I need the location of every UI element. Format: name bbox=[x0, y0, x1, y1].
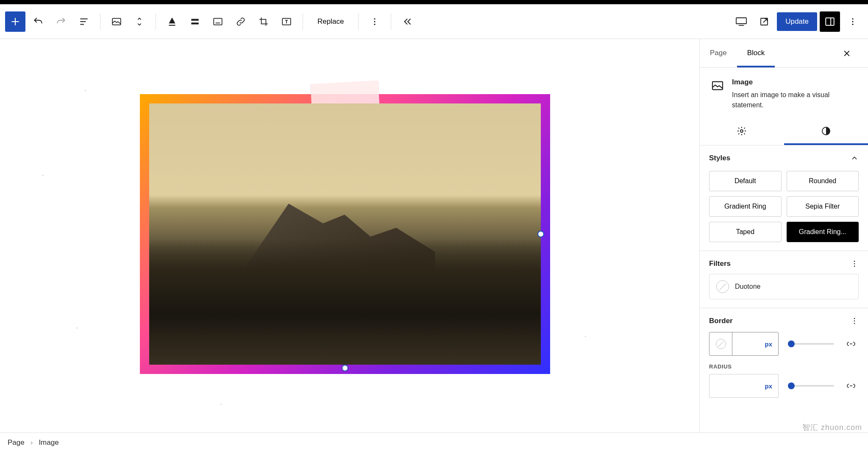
breadcrumb-root[interactable]: Page bbox=[8, 438, 25, 447]
caption-button[interactable] bbox=[208, 11, 228, 32]
filters-heading: Filters bbox=[709, 259, 731, 268]
editor-options-button[interactable] bbox=[843, 11, 863, 32]
duotone-label: Duotone bbox=[735, 283, 761, 290]
update-button[interactable]: Update bbox=[777, 12, 817, 31]
svg-rect-8 bbox=[736, 18, 746, 24]
list-view-icon bbox=[78, 16, 89, 27]
settings-sidebar: Page Block Image Insert an image to make… bbox=[699, 39, 868, 432]
style-sepia-filter[interactable]: Sepia Filter bbox=[787, 196, 859, 217]
style-options: Default Rounded Gradient Ring Sepia Filt… bbox=[709, 171, 859, 242]
styles-heading[interactable]: Styles bbox=[709, 154, 859, 162]
document-overview-button[interactable] bbox=[74, 11, 94, 32]
subtab-settings[interactable] bbox=[700, 119, 784, 145]
svg-rect-3 bbox=[214, 18, 222, 25]
border-link-button[interactable] bbox=[843, 336, 859, 352]
settings-panel-toggle[interactable] bbox=[820, 11, 840, 32]
more-vertical-icon[interactable] bbox=[850, 317, 859, 325]
radius-input[interactable]: px bbox=[709, 374, 779, 398]
chevron-double-left-icon bbox=[402, 16, 413, 27]
image-icon bbox=[111, 16, 122, 27]
block-description: Insert an image to make a visual stateme… bbox=[732, 90, 857, 110]
justify-button[interactable] bbox=[185, 11, 205, 32]
svg-point-5 bbox=[374, 18, 376, 19]
toolbar-separator bbox=[391, 13, 391, 30]
svg-point-17 bbox=[854, 261, 855, 262]
svg-point-13 bbox=[852, 23, 853, 25]
redo-icon bbox=[56, 16, 67, 27]
svg-point-7 bbox=[374, 23, 376, 25]
external-link-icon bbox=[759, 17, 769, 27]
more-vertical-icon[interactable] bbox=[850, 259, 859, 268]
tab-block[interactable]: Block bbox=[737, 39, 775, 67]
border-width-slider[interactable] bbox=[788, 343, 834, 345]
duotone-button[interactable]: Duotone bbox=[709, 274, 859, 299]
image-block[interactable] bbox=[140, 94, 550, 374]
caption-icon bbox=[212, 16, 223, 27]
hide-toolbar-button[interactable] bbox=[397, 11, 417, 32]
border-color-picker[interactable] bbox=[709, 332, 732, 355]
svg-rect-2 bbox=[191, 22, 198, 24]
resize-handle-bottom[interactable] bbox=[342, 365, 348, 371]
style-rounded[interactable]: Rounded bbox=[787, 171, 859, 191]
align-button[interactable] bbox=[162, 11, 182, 32]
breadcrumb-current[interactable]: Image bbox=[39, 438, 58, 447]
image-icon bbox=[711, 79, 724, 92]
style-taped[interactable]: Taped bbox=[709, 222, 782, 242]
tab-page[interactable]: Page bbox=[700, 39, 737, 67]
text-overlay-button[interactable] bbox=[276, 11, 297, 32]
radius-slider[interactable] bbox=[788, 385, 834, 387]
border-width-input[interactable]: px bbox=[709, 332, 779, 356]
undo-button[interactable] bbox=[28, 11, 48, 32]
undo-icon bbox=[33, 16, 44, 27]
contrast-icon bbox=[821, 126, 831, 136]
block-subtabs bbox=[700, 119, 868, 145]
svg-point-15 bbox=[740, 130, 743, 132]
border-unit-select[interactable]: px bbox=[732, 332, 778, 355]
svg-point-12 bbox=[852, 21, 853, 22]
text-overlay-icon bbox=[281, 16, 292, 27]
crop-button[interactable] bbox=[253, 11, 274, 32]
radius-link-button[interactable] bbox=[843, 378, 859, 393]
chevron-up-icon bbox=[850, 154, 859, 162]
style-default[interactable]: Default bbox=[709, 171, 782, 191]
link-icon bbox=[846, 339, 856, 349]
subtab-styles[interactable] bbox=[784, 119, 868, 145]
close-sidebar-button[interactable] bbox=[843, 45, 860, 62]
breadcrumb: Page › Image bbox=[0, 432, 868, 452]
block-options-button[interactable] bbox=[364, 11, 385, 32]
sidebar-tabs: Page Block bbox=[700, 39, 868, 68]
sidebar-icon bbox=[824, 16, 835, 27]
justify-icon bbox=[189, 16, 200, 27]
style-gradient-ring[interactable]: Gradient Ring bbox=[709, 196, 782, 217]
drag-icon bbox=[135, 15, 144, 28]
view-button[interactable] bbox=[731, 11, 751, 32]
svg-point-19 bbox=[854, 266, 855, 267]
preview-button[interactable] bbox=[754, 11, 774, 32]
svg-point-11 bbox=[852, 18, 853, 19]
desktop-icon bbox=[735, 17, 747, 26]
image-block-button[interactable] bbox=[106, 11, 127, 32]
align-icon bbox=[167, 16, 178, 27]
toolbar-separator bbox=[100, 13, 100, 30]
style-gradient-ring-variant[interactable]: Gradient Ring... bbox=[787, 222, 859, 242]
add-block-button[interactable] bbox=[5, 11, 25, 32]
svg-point-6 bbox=[374, 21, 376, 22]
svg-point-20 bbox=[854, 318, 855, 319]
link-button[interactable] bbox=[231, 11, 251, 32]
top-toolbar: Replace Update bbox=[0, 4, 868, 39]
editor-canvas[interactable] bbox=[0, 39, 699, 432]
link-icon bbox=[846, 381, 856, 391]
radius-unit-select[interactable]: px bbox=[709, 374, 778, 397]
gear-icon bbox=[737, 126, 747, 136]
resize-handle-right[interactable] bbox=[537, 231, 544, 237]
replace-button[interactable]: Replace bbox=[309, 17, 352, 26]
close-icon bbox=[843, 49, 851, 58]
border-section: Border px RADIUS px bbox=[700, 308, 868, 406]
toolbar-separator bbox=[156, 13, 156, 30]
redo-button[interactable] bbox=[51, 11, 71, 32]
toolbar-separator bbox=[303, 13, 303, 30]
more-vertical-icon bbox=[370, 17, 379, 26]
move-block-button[interactable] bbox=[129, 11, 150, 32]
block-info: Image Insert an image to make a visual s… bbox=[700, 68, 868, 119]
more-vertical-icon bbox=[848, 17, 857, 26]
